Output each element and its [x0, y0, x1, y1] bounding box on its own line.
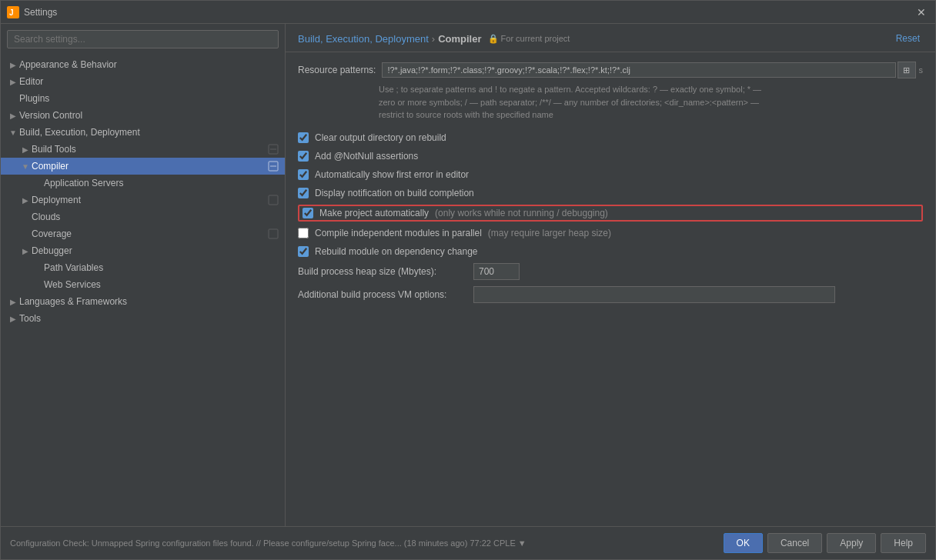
sidebar-item-compiler[interactable]: ▼ Compiler	[1, 158, 285, 175]
titlebar: J Settings ✕	[1, 1, 935, 24]
breadcrumb-project-note: 🔒 For current project	[488, 34, 570, 44]
sidebar-item-deployment[interactable]: ▶ Deployment	[1, 192, 285, 208]
arrow-icon: ▶	[19, 143, 32, 155]
arrow-icon: ▶	[7, 58, 19, 71]
sidebar-item-label: Plugins	[19, 93, 279, 104]
main-content: ▶ Appearance & Behavior ▶ Editor ▶ Plugi…	[1, 24, 935, 526]
make-auto-label: Make project automatically	[319, 208, 429, 218]
arrow-icon: ▼	[19, 160, 32, 172]
heap-size-input[interactable]	[473, 263, 520, 280]
checkbox-rebuild-module: Rebuild module on dependency change	[298, 245, 923, 258]
sidebar-item-label: Path Variables	[44, 262, 279, 273]
sidebar-item-editor[interactable]: ▶ Editor	[1, 73, 285, 90]
checkbox-display-notification: Display notification on build completion	[298, 186, 923, 200]
ok-button[interactable]: OK	[724, 533, 763, 553]
display-notification-label: Display notification on build completion	[315, 188, 474, 198]
sidebar-item-label: Compiler	[32, 161, 265, 172]
sidebar-item-clouds[interactable]: ▶ Clouds	[1, 208, 285, 225]
resource-patterns-input[interactable]	[382, 62, 895, 78]
make-auto-note: (only works while not running / debuggin…	[435, 208, 608, 218]
svg-text:J: J	[9, 8, 14, 17]
resource-patterns-row: Resource patterns: ⊞ s	[298, 62, 923, 78]
edit-icon	[268, 228, 279, 239]
vm-options-input[interactable]	[473, 286, 835, 303]
search-input[interactable]	[7, 30, 279, 48]
sidebar-item-label: Clouds	[32, 212, 279, 222]
checkbox-add-notnull: Add @NotNull assertions	[298, 149, 923, 163]
checkbox-clear-output: Clear output directory on rebuild	[298, 131, 923, 145]
sidebar-item-label: Application Servers	[44, 178, 279, 188]
heap-size-row: Build process heap size (Mbytes):	[298, 263, 923, 280]
display-notification-checkbox[interactable]	[298, 188, 309, 198]
panel-header: Build, Execution, Deployment › Compiler …	[286, 24, 935, 52]
arrow-icon: ▶	[7, 75, 19, 88]
hint-text: Use ; to separate patterns and ! to nega…	[379, 83, 923, 122]
sidebar-item-build-exec-deploy[interactable]: ▼ Build, Execution, Deployment	[1, 124, 285, 141]
arrow-icon: ▶	[19, 245, 32, 257]
app-icon: J	[7, 6, 19, 18]
arrow-icon: ▶	[7, 109, 19, 122]
clear-output-label: Clear output directory on rebuild	[315, 132, 446, 143]
close-button[interactable]: ✕	[914, 5, 929, 20]
edit-icon	[268, 195, 279, 205]
arrow-icon: ▶	[19, 194, 32, 206]
help-button[interactable]: Help	[881, 533, 926, 553]
right-panel: Build, Execution, Deployment › Compiler …	[286, 24, 935, 526]
hint-line1: Use ; to separate patterns and ! to nega…	[379, 85, 761, 94]
resource-patterns-edit-button[interactable]: ⊞	[898, 62, 916, 78]
sidebar-item-version-control[interactable]: ▶ Version Control	[1, 107, 285, 124]
arrow-icon: ▶	[7, 295, 19, 308]
sidebar-item-label: Build, Execution, Deployment	[19, 127, 279, 138]
sidebar-item-coverage[interactable]: ▶ Coverage	[1, 225, 285, 242]
sidebar-item-label: Coverage	[32, 228, 265, 239]
breadcrumb-parent[interactable]: Build, Execution, Deployment	[298, 33, 429, 45]
sidebar-item-build-tools[interactable]: ▶ Build Tools	[1, 141, 285, 158]
sidebar: ▶ Appearance & Behavior ▶ Editor ▶ Plugi…	[1, 24, 286, 526]
rebuild-module-label: Rebuild module on dependency change	[315, 246, 478, 257]
edit-icon	[268, 161, 279, 172]
panel-body: Resource patterns: ⊞ s Use ; to separate…	[286, 52, 935, 526]
window-title: Settings	[24, 7, 914, 18]
sidebar-item-tools[interactable]: ▶ Tools	[1, 310, 285, 327]
make-auto-checkbox[interactable]	[303, 208, 313, 218]
compile-parallel-checkbox[interactable]	[298, 228, 309, 238]
sidebar-item-label: Tools	[19, 313, 279, 324]
add-notnull-checkbox[interactable]	[298, 151, 309, 162]
edit-icon	[268, 144, 279, 155]
clear-output-checkbox[interactable]	[298, 132, 309, 143]
auto-show-error-label: Automatically show first error in editor	[315, 169, 469, 180]
auto-show-error-checkbox[interactable]	[298, 169, 309, 180]
breadcrumb-current: Compiler	[438, 33, 481, 45]
sidebar-item-appearance[interactable]: ▶ Appearance & Behavior	[1, 56, 285, 73]
reset-button[interactable]: Reset	[893, 32, 923, 45]
sidebar-item-label: Web Services	[44, 279, 279, 290]
scroll-indicator: s	[919, 65, 924, 75]
arrow-icon: ▼	[7, 126, 19, 138]
arrow-icon: ▶	[7, 312, 19, 325]
sidebar-item-label: Deployment	[32, 195, 265, 205]
sidebar-item-label: Version Control	[19, 110, 279, 121]
checkbox-make-auto: Make project automatically (only works w…	[298, 205, 923, 222]
vm-options-row: Additional build process VM options:	[298, 286, 923, 303]
sidebar-item-label: Build Tools	[32, 144, 265, 155]
sidebar-item-label: Appearance & Behavior	[19, 59, 279, 70]
checkbox-auto-show-error: Automatically show first error in editor	[298, 168, 923, 182]
status-text: Configuration Check: Unmapped Spring con…	[10, 538, 724, 548]
sidebar-item-app-servers[interactable]: ▶ Application Servers	[1, 175, 285, 192]
settings-tree: ▶ Appearance & Behavior ▶ Editor ▶ Plugi…	[1, 55, 285, 526]
cancel-button[interactable]: Cancel	[767, 533, 822, 553]
hint-line2: zero or more symbols; / — path separator…	[379, 98, 759, 107]
sidebar-item-path-variables[interactable]: ▶ Path Variables	[1, 259, 285, 276]
heap-size-label: Build process heap size (Mbytes):	[298, 266, 467, 277]
sidebar-item-label: Debugger	[32, 245, 279, 256]
svg-rect-7	[269, 229, 278, 238]
sidebar-item-web-services[interactable]: ▶ Web Services	[1, 276, 285, 293]
sidebar-item-debugger[interactable]: ▶ Debugger	[1, 242, 285, 259]
rebuild-module-checkbox[interactable]	[298, 246, 309, 257]
breadcrumb-separator: ›	[432, 33, 435, 45]
hint-line3: restrict to source roots with the specif…	[379, 110, 553, 119]
svg-rect-6	[269, 195, 278, 205]
apply-button[interactable]: Apply	[827, 533, 876, 553]
sidebar-item-languages-frameworks[interactable]: ▶ Languages & Frameworks	[1, 293, 285, 310]
sidebar-item-plugins[interactable]: ▶ Plugins	[1, 90, 285, 107]
